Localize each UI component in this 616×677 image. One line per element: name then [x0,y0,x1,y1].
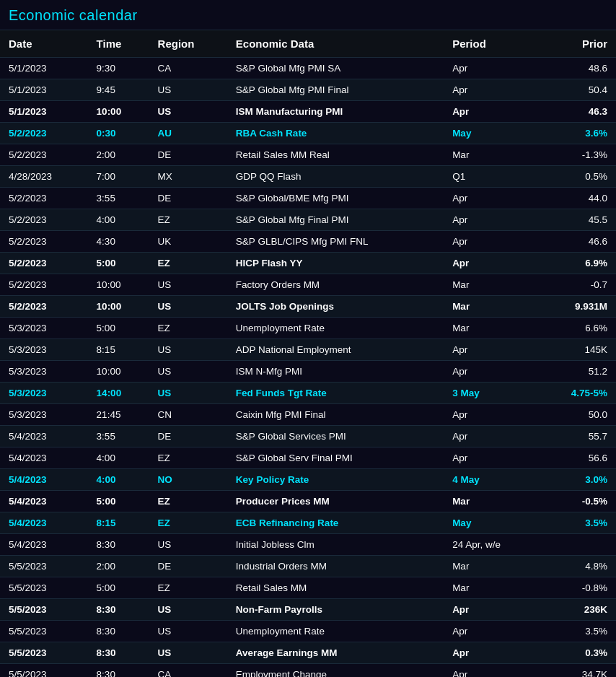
prior-cell: -0.7 [538,274,616,296]
prior-cell: 44.0 [538,188,616,209]
time-cell: 4:00 [88,469,149,491]
economic-data-cell: Retail Sales MM Real [227,144,444,166]
region-cell: EZ [149,491,227,512]
prior-cell: 0.5% [538,166,616,188]
region-cell: NO [149,469,227,491]
table-row: 5/4/20238:30USInitial Jobless Clm24 Apr,… [0,534,616,556]
date-cell: 5/2/2023 [0,123,88,144]
economic-data-cell: S&P Global Serv Final PMI [227,447,444,469]
region-cell: MX [149,166,227,188]
date-cell: 5/1/2023 [0,58,88,79]
date-cell: 5/3/2023 [0,361,88,383]
date-cell: 5/2/2023 [0,209,88,231]
date-cell: 5/4/2023 [0,491,88,512]
time-cell: 8:15 [88,512,149,534]
region-cell: US [149,383,227,404]
table-row: 5/5/20238:30USAverage Earnings MMApr0.3% [0,642,616,664]
time-cell: 7:00 [88,166,149,188]
prior-cell: 50.4 [538,79,616,101]
time-cell: 10:00 [88,274,149,296]
region-cell: US [149,361,227,383]
economic-data-cell: Industrial Orders MM [227,556,444,577]
prior-cell: 3.6% [538,123,616,144]
table-row: 4/28/20237:00MXGDP QQ FlashQ10.5% [0,166,616,188]
date-cell: 5/2/2023 [0,274,88,296]
economic-data-cell: HICP Flash YY [227,253,444,274]
prior-cell: 55.7 [538,426,616,447]
time-cell: 8:30 [88,642,149,664]
period-cell: Apr [444,664,538,678]
time-cell: 9:45 [88,79,149,101]
period-cell: Apr [444,209,538,231]
table-row: 5/4/20234:00NOKey Policy Rate4 May3.0% [0,469,616,491]
region-cell: EZ [149,577,227,599]
table-row: 5/5/20232:00DEIndustrial Orders MMMar4.8… [0,556,616,577]
economic-data-cell: Producer Prices MM [227,491,444,512]
date-cell: 5/1/2023 [0,101,88,123]
period-cell: Apr [444,101,538,123]
economic-data-cell: ISM N-Mfg PMI [227,361,444,383]
prior-cell: 3.0% [538,469,616,491]
economic-data-cell: S&P Global Mfg Final PMI [227,209,444,231]
economic-data-cell: S&P GLBL/CIPS Mfg PMI FNL [227,231,444,253]
period-cell: Apr [444,58,538,79]
economic-data-cell: S&P Global Mfg PMI Final [227,79,444,101]
table-row: 5/3/20238:15USADP National EmploymentApr… [0,339,616,361]
economic-data-cell: ECB Refinancing Rate [227,512,444,534]
period-cell: Mar [444,144,538,166]
table-row: 5/5/20235:00EZRetail Sales MMMar-0.8% [0,577,616,599]
period-cell: Apr [444,188,538,209]
header-economic-data: Economic Data [227,30,444,58]
period-cell: May [444,123,538,144]
prior-cell: 3.5% [538,512,616,534]
region-cell: US [149,621,227,642]
table-row: 5/5/20238:30USNon-Farm PayrollsApr236K [0,599,616,621]
date-cell: 5/2/2023 [0,231,88,253]
time-cell: 21:45 [88,404,149,426]
date-cell: 5/2/2023 [0,188,88,209]
date-cell: 5/5/2023 [0,642,88,664]
economic-data-cell: Key Policy Rate [227,469,444,491]
economic-calendar-table: Date Time Region Economic Data Period Pr… [0,30,616,677]
time-cell: 3:55 [88,426,149,447]
time-cell: 4:00 [88,447,149,469]
period-cell: Apr [444,79,538,101]
time-cell: 3:55 [88,188,149,209]
prior-cell: 4.75-5% [538,383,616,404]
economic-data-cell: RBA Cash Rate [227,123,444,144]
date-cell: 5/2/2023 [0,296,88,318]
prior-cell: 34.7K [538,664,616,678]
period-cell: May [444,512,538,534]
prior-cell: 4.8% [538,556,616,577]
period-cell: Mar [444,274,538,296]
date-cell: 5/4/2023 [0,469,88,491]
region-cell: UK [149,231,227,253]
table-row: 5/2/202310:00USJOLTS Job OpeningsMar9.93… [0,296,616,318]
economic-data-cell: Initial Jobless Clm [227,534,444,556]
region-cell: DE [149,426,227,447]
time-cell: 2:00 [88,144,149,166]
table-row: 5/1/20239:30CAS&P Global Mfg PMI SAApr48… [0,58,616,79]
time-cell: 9:30 [88,58,149,79]
period-cell: Mar [444,318,538,339]
period-cell: Apr [444,447,538,469]
period-cell: Apr [444,599,538,621]
economic-data-cell: S&P Global Services PMI [227,426,444,447]
table-row: 5/5/20238:30USUnemployment RateApr3.5% [0,621,616,642]
time-cell: 4:30 [88,231,149,253]
economic-data-cell: ISM Manufacturing PMI [227,101,444,123]
period-cell: Apr [444,339,538,361]
period-cell: Mar [444,556,538,577]
date-cell: 5/3/2023 [0,404,88,426]
prior-cell: 6.6% [538,318,616,339]
prior-cell: 56.6 [538,447,616,469]
economic-data-cell: S&P Global/BME Mfg PMI [227,188,444,209]
prior-cell: -0.8% [538,577,616,599]
table-header-row: Date Time Region Economic Data Period Pr… [0,30,616,58]
prior-cell: 48.6 [538,58,616,79]
table-row: 5/2/20234:00EZS&P Global Mfg Final PMIAp… [0,209,616,231]
region-cell: EZ [149,318,227,339]
time-cell: 8:30 [88,664,149,678]
table-row: 5/2/202310:00USFactory Orders MMMar-0.7 [0,274,616,296]
period-cell: Apr [444,404,538,426]
